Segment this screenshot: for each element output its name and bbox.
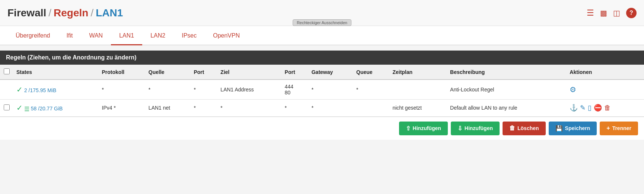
row1-queue: * (353, 80, 389, 100)
delete-button[interactable]: 🗑 Löschen (503, 122, 546, 135)
help-icon[interactable]: ? (626, 8, 637, 18)
row2-quelle: LAN1 net (146, 100, 191, 117)
breadcrumb-sep2: / (90, 7, 93, 19)
row2-queue (353, 100, 389, 117)
breadcrumb-sep1: / (48, 7, 51, 19)
save-icon: 💾 (555, 125, 563, 132)
col-protokoll: Protokoll (99, 65, 146, 80)
select-all-checkbox[interactable] (4, 68, 10, 74)
row2-port-dst: * (282, 100, 309, 117)
footer-buttons: ⇧ Hinzufügen ⇩ Hinzufügen 🗑 Löschen 💾 Sp… (0, 117, 644, 140)
table-row: ✓ 2 /175.95 MiB * * * LAN1 Address 444 8… (0, 80, 644, 100)
row2-anchor-icon[interactable]: ⚓ (570, 104, 578, 112)
tab-uebergreifend[interactable]: Übergreifend (7, 27, 58, 45)
chart-icon[interactable]: ▩ (600, 9, 607, 17)
row1-quelle: * (146, 80, 191, 100)
col-checkbox (0, 65, 13, 80)
col-port-src: Port (191, 65, 217, 80)
row2-zeitplan: nicht gesetzt (389, 100, 447, 117)
row2-list-icon: ☰ (24, 106, 29, 112)
row2-port-src: * (191, 100, 217, 117)
row2-states: ✓ ☰ 58 /20.77 GiB (13, 100, 99, 117)
row2-checkbox-cell (0, 100, 13, 117)
rules-table: States Protokoll Quelle Port Ziel Port G… (0, 65, 644, 117)
col-queue: Queue (353, 65, 389, 80)
col-aktionen: Aktionen (567, 65, 644, 80)
row2-copy-icon[interactable]: ▯ (588, 104, 592, 112)
row2-action-icons: ⚓ ✎ ▯ ⛔ 🗑 (570, 104, 641, 112)
separator-button[interactable]: + Trenner (600, 122, 638, 135)
row1-zeitplan (389, 80, 447, 100)
row2-ziel: * (217, 100, 281, 117)
row1-port-src: * (191, 80, 217, 100)
save-button[interactable]: 💾 Speichern (549, 122, 597, 135)
col-gateway: Gateway (309, 65, 353, 80)
breadcrumb-lan1[interactable]: LAN1 (96, 7, 123, 19)
header: Firewall / Regeln / LAN1 ☰ ▩ ◫ ? (0, 0, 644, 26)
tab-openvpn[interactable]: OpenVPN (205, 27, 248, 45)
row2-checkbox[interactable] (4, 104, 10, 110)
add-down-icon: ⇩ (458, 125, 462, 132)
row1-gateway: * (309, 80, 353, 100)
tabs-bar: Übergreifend Ifit WAN LAN1 LAN2 IPsec Op… (0, 26, 644, 45)
row1-port-dst: 444 80 (282, 80, 309, 100)
col-states: States (13, 65, 99, 80)
add-up-icon: ⇧ (406, 125, 411, 132)
row2-trash-icon[interactable]: 🗑 (604, 104, 611, 112)
header-tools: ☰ ▩ ◫ ? (587, 8, 637, 18)
tab-ifit[interactable]: Ifit (58, 27, 81, 45)
row2-beschreibung: Default allow LAN to any rule (447, 100, 567, 117)
breadcrumb: Firewall / Regeln / LAN1 (7, 7, 123, 19)
row1-gear-icon[interactable]: ⚙ (570, 85, 576, 94)
row1-ziel: LAN1 Address (217, 80, 281, 100)
table-header-row: States Protokoll Quelle Port Ziel Port G… (0, 65, 644, 80)
tab-wan[interactable]: WAN (81, 27, 111, 45)
row1-checkbox-cell (0, 80, 13, 100)
row2-block-icon[interactable]: ⛔ (594, 104, 602, 112)
sliders-icon[interactable]: ☰ (587, 8, 594, 18)
row1-states: ✓ 2 /175.95 MiB (13, 80, 99, 100)
table-icon[interactable]: ◫ (613, 9, 620, 17)
breadcrumb-regeln[interactable]: Regeln (54, 7, 88, 19)
row2-edit-icon[interactable]: ✎ (580, 104, 586, 112)
row1-states-link[interactable]: 2 /175.95 MiB (24, 87, 56, 93)
row2-enabled-icon: ✓ (16, 104, 23, 112)
col-port-dst: Port (282, 65, 309, 80)
col-beschreibung: Beschreibung (447, 65, 567, 80)
row2-gateway: * (309, 100, 353, 117)
row1-enabled-icon: ✓ (16, 85, 23, 94)
row1-beschreibung: Anti-Lockout Regel (447, 80, 567, 100)
row1-aktionen: ⚙ (567, 80, 644, 100)
breadcrumb-firewall: Firewall (7, 7, 46, 19)
table-row: ✓ ☰ 58 /20.77 GiB IPv4 * LAN1 net * * * … (0, 100, 644, 117)
row2-aktionen: ⚓ ✎ ▯ ⛔ 🗑 (567, 100, 644, 117)
row1-protokoll: * (99, 80, 146, 100)
tab-lan2[interactable]: LAN2 (142, 27, 173, 45)
delete-icon: 🗑 (509, 125, 515, 132)
col-quelle: Quelle (146, 65, 191, 80)
tab-ipsec[interactable]: IPsec (173, 27, 205, 45)
table-section: Regeln (Ziehen, um die Anordnung zu ände… (0, 51, 644, 140)
separator-icon: + (606, 125, 610, 132)
col-ziel: Ziel (217, 65, 281, 80)
table-section-title: Regeln (Ziehen, um die Anordnung zu ände… (0, 51, 644, 65)
col-zeitplan: Zeitplan (389, 65, 447, 80)
row2-states-link[interactable]: 58 /20.77 GiB (31, 106, 63, 111)
row2-protokoll: IPv4 * (99, 100, 146, 117)
add-down-button[interactable]: ⇩ Hinzufügen (451, 122, 500, 135)
add-up-button[interactable]: ⇧ Hinzufügen (399, 122, 448, 135)
tab-lan1[interactable]: LAN1 (111, 27, 142, 45)
